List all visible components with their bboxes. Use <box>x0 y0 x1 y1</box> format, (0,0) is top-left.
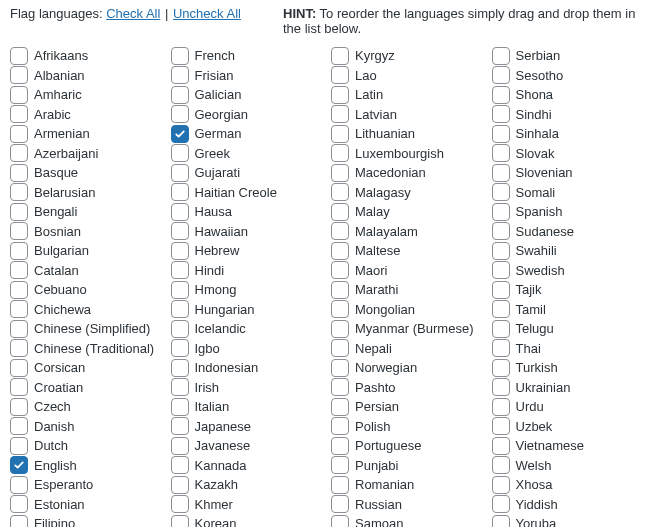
language-item[interactable]: Hausa <box>171 202 326 222</box>
language-checkbox[interactable] <box>331 183 349 201</box>
language-item[interactable]: Kazakh <box>171 475 326 495</box>
language-checkbox[interactable] <box>492 398 510 416</box>
language-checkbox[interactable] <box>492 339 510 357</box>
language-checkbox[interactable] <box>10 495 28 513</box>
language-checkbox[interactable] <box>171 456 189 474</box>
language-item[interactable]: Serbian <box>492 46 647 66</box>
language-checkbox[interactable] <box>331 47 349 65</box>
language-checkbox[interactable] <box>492 203 510 221</box>
language-item[interactable]: Frisian <box>171 66 326 86</box>
language-item[interactable]: Tajik <box>492 280 647 300</box>
language-item[interactable]: Azerbaijani <box>10 144 165 164</box>
language-checkbox[interactable] <box>331 281 349 299</box>
language-checkbox[interactable] <box>10 125 28 143</box>
language-checkbox[interactable] <box>171 47 189 65</box>
language-item[interactable]: Filipino <box>10 514 165 527</box>
language-checkbox[interactable] <box>492 242 510 260</box>
language-checkbox[interactable] <box>171 320 189 338</box>
language-item[interactable]: Lithuanian <box>331 124 486 144</box>
language-checkbox[interactable] <box>10 320 28 338</box>
language-checkbox[interactable] <box>492 437 510 455</box>
language-item[interactable]: Hungarian <box>171 300 326 320</box>
language-item[interactable]: Armenian <box>10 124 165 144</box>
language-item[interactable]: Danish <box>10 417 165 437</box>
language-checkbox[interactable] <box>171 281 189 299</box>
language-checkbox[interactable] <box>331 456 349 474</box>
language-checkbox[interactable] <box>492 66 510 84</box>
language-item[interactable]: Xhosa <box>492 475 647 495</box>
language-checkbox[interactable] <box>171 164 189 182</box>
language-item[interactable]: Italian <box>171 397 326 417</box>
language-item[interactable]: Lao <box>331 66 486 86</box>
language-item[interactable]: Japanese <box>171 417 326 437</box>
language-checkbox[interactable] <box>171 261 189 279</box>
language-checkbox[interactable] <box>171 66 189 84</box>
language-checkbox[interactable] <box>331 164 349 182</box>
language-item[interactable]: Sesotho <box>492 66 647 86</box>
language-checkbox[interactable] <box>331 261 349 279</box>
language-checkbox[interactable] <box>492 261 510 279</box>
language-item[interactable]: Dutch <box>10 436 165 456</box>
language-item[interactable]: Kyrgyz <box>331 46 486 66</box>
language-checkbox[interactable] <box>331 417 349 435</box>
language-item[interactable]: Hmong <box>171 280 326 300</box>
language-checkbox[interactable] <box>10 417 28 435</box>
language-checkbox[interactable] <box>331 359 349 377</box>
language-item[interactable]: Sinhala <box>492 124 647 144</box>
language-checkbox[interactable] <box>171 359 189 377</box>
language-item[interactable]: Catalan <box>10 261 165 281</box>
language-checkbox[interactable] <box>171 515 189 527</box>
language-item[interactable]: Marathi <box>331 280 486 300</box>
language-item[interactable]: Bengali <box>10 202 165 222</box>
language-item[interactable]: English <box>10 456 165 476</box>
check-all-link[interactable]: Check All <box>106 6 160 21</box>
language-checkbox[interactable] <box>10 242 28 260</box>
language-item[interactable]: Uzbek <box>492 417 647 437</box>
language-checkbox[interactable] <box>492 320 510 338</box>
language-item[interactable]: Tamil <box>492 300 647 320</box>
language-checkbox[interactable] <box>331 495 349 513</box>
language-item[interactable]: Albanian <box>10 66 165 86</box>
language-item[interactable]: Chichewa <box>10 300 165 320</box>
language-checkbox[interactable] <box>171 144 189 162</box>
language-item[interactable]: Chinese (Simplified) <box>10 319 165 339</box>
language-item[interactable]: Myanmar (Burmese) <box>331 319 486 339</box>
language-item[interactable]: Indonesian <box>171 358 326 378</box>
language-item[interactable]: Portuguese <box>331 436 486 456</box>
language-checkbox[interactable] <box>331 378 349 396</box>
language-checkbox[interactable] <box>492 300 510 318</box>
language-checkbox[interactable] <box>171 495 189 513</box>
language-item[interactable]: Icelandic <box>171 319 326 339</box>
language-item[interactable]: Vietnamese <box>492 436 647 456</box>
language-item[interactable]: Irish <box>171 378 326 398</box>
language-item[interactable]: Yiddish <box>492 495 647 515</box>
language-checkbox[interactable] <box>10 339 28 357</box>
language-item[interactable]: Russian <box>331 495 486 515</box>
language-item[interactable]: Shona <box>492 85 647 105</box>
uncheck-all-link[interactable]: Uncheck All <box>173 6 241 21</box>
language-checkbox[interactable] <box>171 203 189 221</box>
language-checkbox[interactable] <box>331 437 349 455</box>
language-checkbox[interactable] <box>10 222 28 240</box>
language-item[interactable]: Yoruba <box>492 514 647 527</box>
language-item[interactable]: Amharic <box>10 85 165 105</box>
language-checkbox[interactable] <box>331 339 349 357</box>
language-item[interactable]: Punjabi <box>331 456 486 476</box>
language-item[interactable]: Mongolian <box>331 300 486 320</box>
language-item[interactable]: Corsican <box>10 358 165 378</box>
language-item[interactable]: Latvian <box>331 105 486 125</box>
language-checkbox[interactable] <box>171 417 189 435</box>
language-checkbox[interactable] <box>171 242 189 260</box>
language-checkbox[interactable] <box>171 125 189 143</box>
language-item[interactable]: Esperanto <box>10 475 165 495</box>
language-checkbox[interactable] <box>10 398 28 416</box>
language-item[interactable]: Swedish <box>492 261 647 281</box>
language-checkbox[interactable] <box>10 261 28 279</box>
language-checkbox[interactable] <box>331 86 349 104</box>
language-item[interactable]: Sindhi <box>492 105 647 125</box>
language-checkbox[interactable] <box>492 222 510 240</box>
language-checkbox[interactable] <box>492 86 510 104</box>
language-item[interactable]: Spanish <box>492 202 647 222</box>
language-item[interactable]: Hebrew <box>171 241 326 261</box>
language-item[interactable]: Hindi <box>171 261 326 281</box>
